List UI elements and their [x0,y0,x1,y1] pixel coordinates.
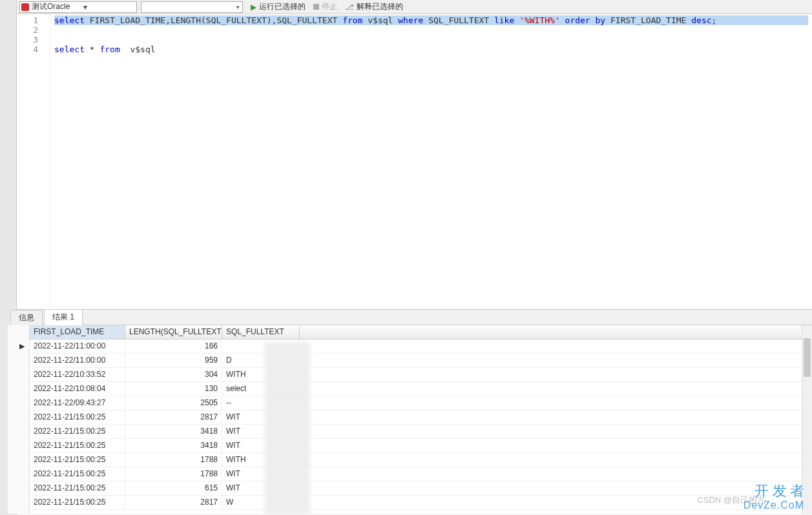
cell-time[interactable]: 2022-11-21/15:00:25 [30,425,125,438]
table-row[interactable]: 2022-11-21/15:00:253418WIT [30,439,812,453]
scrollbar-thumb[interactable] [804,338,811,377]
table-row[interactable]: 2022-11-21/15:00:252817W [30,496,812,510]
watermark-logo: 开 发 者 DevZe.CoM [744,484,804,512]
code-area[interactable]: select FIRST_LOAD_TIME,LENGTH(SQL_FULLTE… [50,14,812,309]
cell-length[interactable]: 2505 [125,396,222,410]
cell-time[interactable]: 2022-11-22/11:00:00 [30,354,125,367]
watermark-logo-bottom: DevZe.CoM [744,498,804,512]
cell-time[interactable]: 2022-11-21/15:00:25 [30,467,125,481]
results-tabs: 信息 结果 1 [8,310,812,325]
column-header-first-load-time[interactable]: FIRST_LOAD_TIME [30,325,125,339]
cell-length[interactable]: 2817 [125,410,222,424]
current-row-pointer: ▶ [19,342,25,350]
cell-length[interactable]: 3418 [125,439,222,452]
watermark-logo-top: 开 发 者 [744,484,804,498]
code-line[interactable] [54,35,808,45]
cell-time[interactable]: 2022-11-21/15:00:25 [30,481,125,495]
table-row[interactable]: 2022-11-22/10:08:04130select [30,382,812,396]
run-selected-button[interactable]: ▶ 运行已选择的 [247,1,309,13]
cell-length[interactable]: 959 [125,354,222,367]
chevron-down-icon: ▾ [83,3,135,12]
cell-time[interactable]: 2022-11-21/15:00:25 [30,439,125,452]
run-label: 运行已选择的 [259,1,306,12]
connection-dropdown[interactable]: 测试Oracle ▾ [19,1,137,13]
cell-time[interactable]: 2022-11-22/09:43:27 [30,396,125,410]
cell-length[interactable]: 304 [125,368,222,381]
sql-editor[interactable]: 1234 select FIRST_LOAD_TIME,LENGTH(SQL_F… [17,14,812,310]
table-row[interactable]: 2022-11-22/11:00:00166 [30,339,812,354]
cell-time[interactable]: 2022-11-21/15:00:25 [30,453,125,467]
results-panel: ▶ FIRST_LOAD_TIME LENGTH(SQL_FULLTEXT) S… [8,325,812,514]
cell-length[interactable]: 166 [125,339,222,353]
connection-name: 测试Oracle [32,1,83,12]
cell-length[interactable]: 2817 [125,496,222,509]
cell-time[interactable]: 2022-11-21/15:00:25 [30,496,125,509]
code-line[interactable]: select FIRST_LOAD_TIME,LENGTH(SQL_FULLTE… [54,15,808,25]
cell-time[interactable]: 2022-11-22/10:33:52 [30,368,125,381]
cell-length[interactable]: 3418 [125,425,222,438]
results-grid[interactable]: FIRST_LOAD_TIME LENGTH(SQL_FULLTEXT) SQL… [30,325,812,514]
code-line[interactable] [54,25,808,35]
cell-length[interactable]: 615 [125,481,222,495]
chevron-down-icon: ▾ [236,4,240,10]
code-line[interactable]: select * from v$sql [54,45,808,54]
schema-dropdown[interactable]: ▾ [141,1,243,13]
line-number-gutter: 1234 [17,14,50,309]
table-row[interactable]: 2022-11-21/15:00:251788WIT [30,467,812,481]
column-header-length[interactable]: LENGTH(SQL_FULLTEXT) [125,325,222,339]
row-indicator-gutter: ▶ [8,325,30,514]
stop-label: 停止 [322,1,337,12]
explain-selected-button[interactable]: ⎇ 解释已选择的 [341,1,407,13]
column-header-sql-fulltext[interactable]: SQL_FULLTEXT [222,325,300,339]
play-icon: ▶ [251,3,256,12]
oracle-icon [21,3,29,11]
stop-icon [313,4,319,10]
table-row[interactable]: 2022-11-21/15:00:253418WIT [30,425,812,439]
table-row[interactable]: 2022-11-22/10:33:52304WITH [30,368,812,382]
cell-length[interactable]: 1788 [125,453,222,467]
table-row[interactable]: 2022-11-22/11:00:00959D [30,354,812,368]
cell-length[interactable]: 130 [125,382,222,396]
explain-icon: ⎇ [345,3,354,12]
tab-result-1[interactable]: 结果 1 [44,309,83,325]
grid-header: FIRST_LOAD_TIME LENGTH(SQL_FULLTEXT) SQL… [30,325,812,339]
cell-time[interactable]: 2022-11-21/15:00:25 [30,410,125,424]
table-row[interactable]: 2022-11-22/09:43:272505-- [30,396,812,410]
cell-time[interactable]: 2022-11-22/11:00:00 [30,339,125,353]
cell-length[interactable]: 1788 [125,467,222,481]
table-row[interactable]: 2022-11-21/15:00:25615WIT [30,481,812,496]
table-row[interactable]: 2022-11-21/15:00:251788WITH [30,453,812,467]
toolbar: 测试Oracle ▾ ▾ ▶ 运行已选择的 停止 ⎇ 解释已选择的 [17,0,812,14]
redaction-overlay [265,342,310,515]
table-row[interactable]: 2022-11-21/15:00:252817WIT [30,410,812,425]
explain-label: 解释已选择的 [357,1,403,12]
tab-info[interactable]: 信息 [10,310,43,325]
cell-time[interactable]: 2022-11-22/10:08:04 [30,382,125,396]
stop-button[interactable]: 停止 [309,1,341,13]
